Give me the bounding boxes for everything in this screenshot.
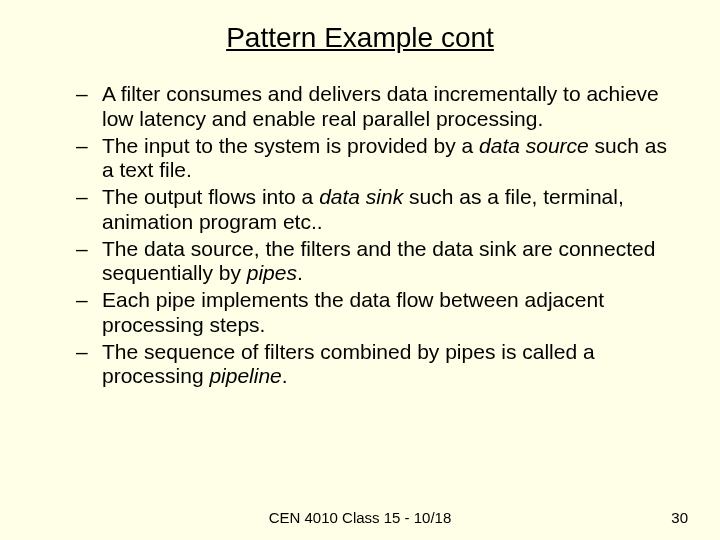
bullet-text-pre: The sequence of filters combined by pipe… [102,340,595,388]
bullet-text-italic: data source [479,134,589,157]
bullet-item: The output flows into a data sink such a… [76,185,672,235]
footer-center-text: CEN 4010 Class 15 - 10/18 [0,509,720,526]
bullet-text-pre: Each pipe implements the data flow betwe… [102,288,604,336]
bullet-item: Each pipe implements the data flow betwe… [76,288,672,338]
bullet-text-italic: pipeline [209,364,281,387]
bullet-text-pre: The input to the system is provided by a [102,134,479,157]
bullet-text-italic: data sink [319,185,403,208]
bullet-text-pre: The data source, the filters and the dat… [102,237,655,285]
bullet-list: A filter consumes and delivers data incr… [76,82,672,389]
bullet-text-post: . [297,261,303,284]
bullet-item: The input to the system is provided by a… [76,134,672,184]
footer-page-number: 30 [671,509,688,526]
bullet-item: A filter consumes and delivers data incr… [76,82,672,132]
slide: Pattern Example cont A filter consumes a… [0,0,720,540]
bullet-item: The data source, the filters and the dat… [76,237,672,287]
slide-title: Pattern Example cont [48,22,672,54]
bullet-item: The sequence of filters combined by pipe… [76,340,672,390]
bullet-text-post: . [282,364,288,387]
bullet-text-pre: The output flows into a [102,185,319,208]
bullet-text-pre: A filter consumes and delivers data incr… [102,82,659,130]
bullet-text-italic: pipes [247,261,297,284]
